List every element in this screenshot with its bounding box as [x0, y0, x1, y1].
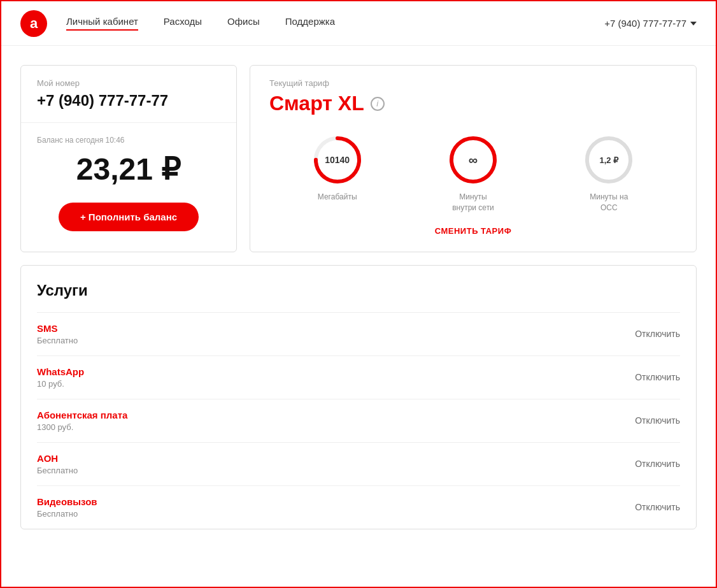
service-price-aon: Бесплатно [37, 466, 78, 475]
service-row-aon: АОН Бесплатно Отключить [37, 442, 680, 485]
nav-offices[interactable]: Офисы [227, 16, 260, 31]
header-phone[interactable]: +7 (940) 777-77-77 [604, 18, 697, 29]
disconnect-subscription-button[interactable]: Отключить [635, 415, 680, 426]
disconnect-sms-button[interactable]: Отключить [635, 329, 680, 339]
megabytes-desc: Мегабайты [318, 192, 357, 203]
service-info-sms: SMS Бесплатно [37, 323, 78, 345]
disconnect-aon-button[interactable]: Отключить [635, 459, 680, 469]
service-info-videocall: Видеовызов Бесплатно [37, 496, 97, 519]
topup-button[interactable]: + Пополнить баланс [59, 203, 199, 231]
service-price-whatsapp: 10 руб. [37, 379, 84, 389]
service-name-subscription: Абонентская плата [37, 410, 127, 420]
service-row-videocall: Видеовызов Бесплатно Отключить [37, 485, 680, 529]
circle-megabytes: 10140 Мегабайты [312, 134, 363, 203]
main-content: Мой номер +7 (940) 777-77-77 Баланс на с… [1, 46, 716, 549]
header: а Личный кабинет Расходы Офисы Поддержка… [1, 1, 716, 46]
tariff-name-row: Смарт XL i [269, 92, 677, 115]
my-number-value: +7 (940) 777-77-77 [37, 92, 220, 110]
service-name-sms: SMS [37, 323, 78, 334]
minutes-internal-circle-container: ∞ [448, 134, 499, 185]
service-price-subscription: 1300 руб. [37, 422, 127, 432]
top-cards-row: Мой номер +7 (940) 777-77-77 Баланс на с… [20, 65, 697, 252]
balance-value: 23,21 ₽ [76, 151, 181, 187]
main-nav: Личный кабинет Расходы Офисы Поддержка [66, 16, 604, 31]
tariff-circles-row: 10140 Мегабайты ∞ Минутывнутри сети [269, 134, 677, 213]
services-title: Услуги [37, 282, 680, 299]
tariff-card: Текущий тариф Смарт XL i 10140 Мегабайты [250, 65, 697, 252]
service-row-sms: SMS Бесплатно Отключить [37, 312, 680, 355]
number-section: Мой номер +7 (940) 777-77-77 [21, 66, 236, 123]
service-price-videocall: Бесплатно [37, 509, 97, 519]
my-number-label: Мой номер [37, 78, 220, 88]
service-name-whatsapp: WhatsApp [37, 366, 84, 377]
balance-section: Баланс на сегодня 10:46 23,21 ₽ + Пополн… [21, 123, 236, 247]
disconnect-whatsapp-button[interactable]: Отключить [635, 372, 680, 382]
disconnect-videocall-button[interactable]: Отключить [635, 502, 680, 512]
service-price-sms: Бесплатно [37, 336, 78, 345]
service-name-aon: АОН [37, 453, 78, 464]
service-row-whatsapp: WhatsApp 10 руб. Отключить [37, 355, 680, 399]
service-info-aon: АОН Бесплатно [37, 453, 78, 475]
service-name-videocall: Видеовызов [37, 496, 97, 507]
minutes-occ-desc: Минуты наОСС [590, 192, 628, 213]
services-card: Услуги SMS Бесплатно Отключить WhatsApp … [20, 265, 697, 529]
nav-personal-cabinet[interactable]: Личный кабинет [66, 16, 138, 31]
tariff-name: Смарт XL [269, 92, 364, 115]
megabytes-circle-container: 10140 [312, 134, 363, 185]
info-icon[interactable]: i [371, 97, 385, 111]
nav-expenses[interactable]: Расходы [164, 16, 202, 31]
circle-minutes-internal: ∞ Минутывнутри сети [448, 134, 499, 213]
logo[interactable]: а [20, 10, 47, 37]
service-info-subscription: Абонентская плата 1300 руб. [37, 410, 127, 432]
minutes-occ-value: 1,2 ₽ [599, 155, 618, 165]
nav-support[interactable]: Поддержка [285, 16, 335, 31]
balance-label: Баланс на сегодня 10:46 [37, 136, 125, 145]
tariff-label: Текущий тариф [269, 78, 677, 88]
megabytes-value: 10140 [325, 155, 350, 165]
service-row-subscription: Абонентская плата 1300 руб. Отключить [37, 399, 680, 442]
minutes-internal-desc: Минутывнутри сети [452, 192, 494, 213]
minutes-internal-value: ∞ [469, 153, 478, 168]
circle-minutes-occ: 1,2 ₽ Минуты наОСС [583, 134, 634, 213]
number-balance-card: Мой номер +7 (940) 777-77-77 Баланс на с… [20, 65, 237, 252]
change-tariff-button[interactable]: СМЕНИТЬ ТАРИФ [269, 226, 677, 236]
minutes-occ-circle-container: 1,2 ₽ [583, 134, 634, 185]
chevron-down-icon [690, 22, 697, 25]
service-info-whatsapp: WhatsApp 10 руб. [37, 366, 84, 389]
